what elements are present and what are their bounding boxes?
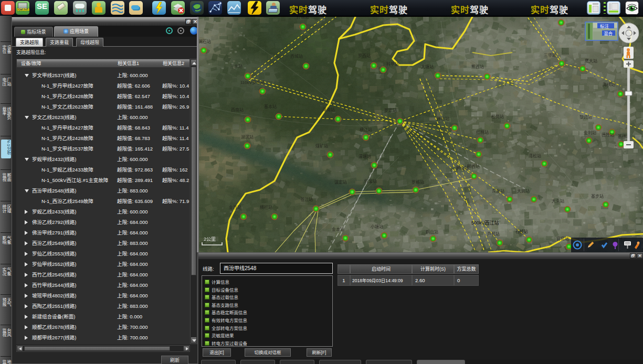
svg-text:煤矿站: 煤矿站 (315, 143, 328, 148)
svg-text:谋定站: 谋定站 (334, 179, 347, 185)
svg-text:漳海站: 漳海站 (322, 107, 335, 112)
svg-text:罗西站: 罗西站 (358, 53, 371, 58)
svg-text:石桂站: 石桂站 (515, 229, 528, 234)
svg-text:官窑站: 官窑站 (556, 236, 569, 241)
svg-text:湖滨站: 湖滨站 (241, 134, 254, 140)
svg-text:罗格站: 罗格站 (412, 179, 424, 185)
svg-text:西南站: 西南站 (231, 107, 244, 112)
svg-text:禅山站: 禅山站 (437, 116, 449, 121)
svg-text:大头站: 大头站 (552, 198, 564, 204)
svg-text:大润站: 大润站 (517, 188, 530, 194)
svg-text:海棋站: 海棋站 (603, 82, 615, 87)
svg-text:齐福站: 齐福站 (297, 17, 309, 19)
svg-text:金西站: 金西站 (229, 205, 241, 210)
svg-text:基本站: 基本站 (264, 104, 277, 109)
svg-text:横栏站: 横栏站 (260, 205, 272, 210)
svg-text:狮西站: 狮西站 (467, 164, 480, 169)
svg-text:混合: 混合 (604, 31, 613, 36)
svg-text:500kV西江站: 500kV西江站 (471, 220, 499, 226)
svg-text:三华站: 三华站 (544, 52, 556, 58)
svg-text:澜石站: 澜石站 (198, 39, 211, 44)
svg-text:金本站: 金本站 (332, 227, 344, 232)
svg-text:芦苞站: 芦苞站 (487, 231, 500, 237)
svg-text:基步站: 基步站 (591, 194, 604, 199)
svg-text:黎边站: 黎边站 (579, 114, 592, 120)
svg-text:2公里: 2公里 (204, 237, 216, 242)
svg-text:三水站: 三水站 (230, 63, 243, 69)
svg-text:标注: 标注 (600, 24, 609, 29)
svg-text:罗定站: 罗定站 (384, 108, 397, 113)
svg-text:横江站: 横江站 (360, 127, 372, 132)
svg-text:狮山站: 狮山站 (456, 165, 469, 170)
svg-text:110kV罗平站: 110kV罗平站 (240, 80, 265, 85)
svg-text:小塘站: 小塘站 (371, 224, 383, 229)
svg-text:清塘站: 清塘站 (359, 154, 371, 159)
svg-text:鹤山站: 鹤山站 (426, 229, 438, 234)
svg-text:金利站: 金利站 (584, 130, 596, 135)
svg-text:鹰大站: 鹰大站 (585, 58, 597, 63)
svg-text:科甲站: 科甲站 (386, 61, 399, 67)
svg-text:大塘站: 大塘站 (421, 64, 434, 69)
svg-text:熊西站: 熊西站 (471, 64, 484, 69)
svg-text:苍江站: 苍江站 (300, 197, 313, 202)
svg-text:红棉站: 红棉站 (476, 130, 489, 135)
svg-text:西城站: 西城站 (290, 53, 303, 59)
svg-text:湾松站: 湾松站 (529, 153, 541, 158)
svg-text:德胜站: 德胜站 (602, 132, 614, 137)
svg-text:红宝站: 红宝站 (364, 178, 377, 184)
svg-text:东发站: 东发站 (492, 188, 504, 194)
svg-text:松岗站: 松岗站 (491, 114, 504, 119)
